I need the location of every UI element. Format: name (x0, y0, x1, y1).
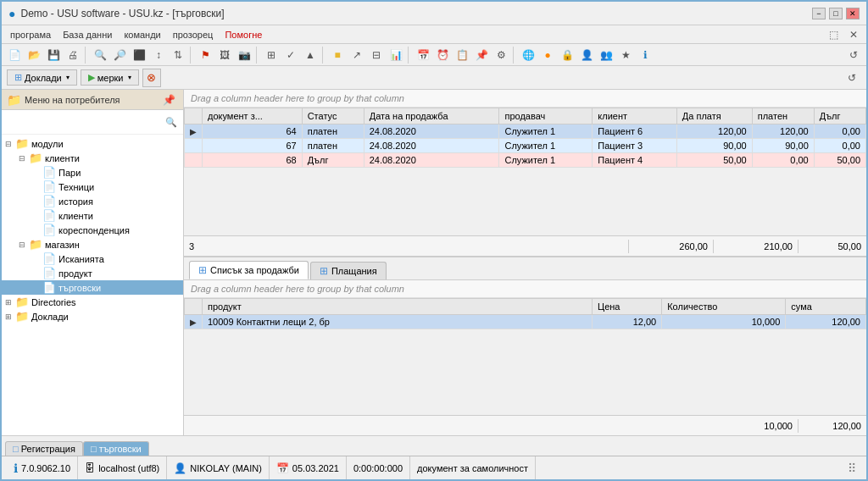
tool-table[interactable]: ⊟ (367, 46, 386, 64)
sidebar-item-klienti-group[interactable]: ⊟ 📁 клиенти (2, 151, 183, 165)
cell-doc: 68 (203, 153, 303, 168)
sidebar-search-button[interactable]: 🔍 (163, 113, 180, 130)
tool-yellow[interactable]: ■ (328, 46, 347, 64)
menu-baza[interactable]: База данни (58, 28, 117, 41)
top-table-container[interactable]: документ з... Статус Дата на продажба пр… (184, 108, 866, 235)
sidebar-item-targovsk[interactable]: 📄 търговски (2, 280, 183, 295)
cell-topay: 50,00 (676, 153, 752, 168)
sidebar-item-klienti[interactable]: 📄 клиенти (2, 208, 183, 223)
sidebar-item-technici[interactable]: 📄 Техници (2, 180, 183, 194)
tool-sort[interactable]: ↕ (149, 46, 168, 64)
status-resize-grip: ⠿ (843, 462, 861, 475)
col-client[interactable]: клиент (593, 108, 676, 124)
menu-pomogne[interactable]: Помогне (220, 28, 267, 41)
sidebar-pin-button[interactable]: 📌 (159, 91, 178, 109)
menu-right-btn[interactable]: ⬚ (824, 25, 843, 44)
col-sum[interactable]: сума (786, 299, 866, 315)
status-user-seg: 👤 NIKOLAY (MAIN) (167, 456, 270, 479)
sidebar-item-history[interactable]: 📄 история (2, 194, 183, 208)
tool-orange[interactable]: ● (538, 46, 557, 64)
col-topay[interactable]: Да платя (676, 108, 752, 124)
sidebar-item-label: Пари (58, 168, 81, 178)
tool-grid[interactable]: ⊞ (262, 46, 281, 64)
sec-right-btn[interactable]: ↺ (843, 69, 861, 87)
col-doc[interactable]: документ з... (203, 108, 303, 124)
tool-funnel[interactable]: ⬛ (130, 46, 148, 64)
col-date[interactable]: Дата на продажба (364, 108, 499, 124)
close-button[interactable]: ✕ (846, 8, 860, 19)
sidebar-title: Меню на потребителя (25, 95, 156, 105)
col-qty[interactable]: Количество (662, 299, 786, 315)
tool-check[interactable]: ✓ (281, 46, 300, 64)
refresh-button[interactable]: ⊗ (142, 69, 161, 87)
tool-pin[interactable]: 📌 (472, 46, 491, 64)
cell-date: 24.08.2020 (364, 139, 499, 153)
menu-prozorec[interactable]: прозорец (168, 28, 219, 41)
cell-seller: Служител 1 (499, 153, 593, 168)
col-product[interactable]: продукт (203, 299, 593, 315)
tool-globe[interactable]: 🌐 (519, 46, 537, 64)
tool-sort2[interactable]: ⇅ (169, 46, 187, 64)
tool-gear[interactable]: ⚙ (492, 46, 510, 64)
table-row[interactable]: 68 Дълг 24.08.2020 Служител 1 Пациент 4 … (185, 153, 866, 168)
footer-count: 3 (189, 241, 194, 252)
tool-person[interactable]: 👤 (577, 46, 596, 64)
tool-filter[interactable]: 🔎 (110, 46, 129, 64)
tool-lock[interactable]: 🔒 (558, 46, 576, 64)
tool-star[interactable]: ★ (616, 46, 635, 64)
tab-payments[interactable]: ⊞ Плащания (310, 262, 387, 279)
tool-info[interactable]: ℹ (636, 46, 654, 64)
tool-list[interactable]: 📋 (453, 46, 471, 64)
tool-save[interactable]: 💾 (44, 46, 63, 64)
sidebar-item-korespondenciya[interactable]: 📄 кореспонденция (2, 223, 183, 237)
sidebar-item-dokladi[interactable]: ⊞ 📁 Доклади (2, 309, 183, 323)
tool-print[interactable]: 🖨 (64, 46, 82, 64)
tool-open[interactable]: 📂 (25, 46, 43, 64)
window-title: Demo - USU software - USU.kz - [търговск… (20, 8, 812, 19)
table-row[interactable]: ▶ 64 платен 24.08.2020 Служител 1 Пациен… (185, 124, 866, 139)
minimize-button[interactable]: − (812, 8, 826, 19)
tool-search[interactable]: 🔍 (91, 46, 109, 64)
row-indicator (185, 139, 203, 153)
sidebar-item-magazin[interactable]: ⊟ 📁 магазин (2, 237, 183, 252)
table-row[interactable]: ▶ 10009 Контактни лещи 2, бр 12,00 10,00… (185, 315, 866, 329)
tool-clock[interactable]: ⏰ (433, 46, 452, 64)
cell-client: Пациент 3 (593, 139, 676, 153)
col-price[interactable]: Цена (593, 299, 662, 315)
table-row[interactable]: 67 платен 24.08.2020 Служител 1 Пациент … (185, 139, 866, 153)
col-paid[interactable]: платен (752, 108, 814, 124)
menu-komandi[interactable]: команди (119, 28, 165, 41)
col-debt[interactable]: Дълг (814, 108, 865, 124)
tool-persons[interactable]: 👥 (597, 46, 615, 64)
bottom-table-container[interactable]: продукт Цена Количество сума ▶ 10009 Кон… (184, 298, 866, 415)
tool-data[interactable]: 📊 (387, 46, 405, 64)
menu-close-btn[interactable]: ✕ (844, 25, 863, 44)
col-status[interactable]: Статус (302, 108, 364, 124)
sidebar-item-moduli[interactable]: ⊟ 📁 модули (2, 136, 183, 151)
status-db-seg: 🗄 localhost (utf8) (78, 456, 167, 479)
bottom-tab-registration[interactable]: □ Регистрация (5, 441, 83, 456)
menu-programa[interactable]: програма (5, 28, 56, 41)
sidebar-item-iskaniyata[interactable]: 📄 Исканията (2, 252, 183, 266)
tool-flag[interactable]: ⚑ (196, 46, 214, 64)
tab-sales-list[interactable]: ⊞ Списък за продажби (189, 261, 309, 279)
window-controls[interactable]: − □ ✕ (812, 8, 860, 19)
tool-up[interactable]: ▲ (301, 46, 320, 64)
reports-button[interactable]: ⊞ Доклади ▾ (7, 69, 77, 86)
tool-image[interactable]: 🖼 (215, 46, 234, 64)
tool-right-refresh[interactable]: ↺ (844, 46, 863, 64)
tool-cal[interactable]: 📅 (414, 46, 432, 64)
sidebar-item-label: Directories (31, 297, 76, 307)
sidebar-item-directories[interactable]: ⊞ 📁 Directories (2, 295, 183, 309)
tool-export[interactable]: ↗ (348, 46, 366, 64)
bottom-tab-targovsk[interactable]: □ търговски (83, 441, 149, 456)
tool-img2[interactable]: 📷 (235, 46, 253, 64)
sidebar-item-pari[interactable]: 📄 Пари (2, 165, 183, 180)
col-seller[interactable]: продавач (499, 108, 593, 124)
page-icon: 📄 (42, 224, 56, 236)
tool-new[interactable]: 📄 (5, 46, 24, 64)
restore-button[interactable]: □ (829, 8, 843, 19)
measures-button[interactable]: ▶ мерки ▾ (81, 69, 139, 86)
sidebar-item-produkt[interactable]: 📄 продукт (2, 266, 183, 280)
reports-dropdown-icon: ▾ (66, 74, 70, 81)
